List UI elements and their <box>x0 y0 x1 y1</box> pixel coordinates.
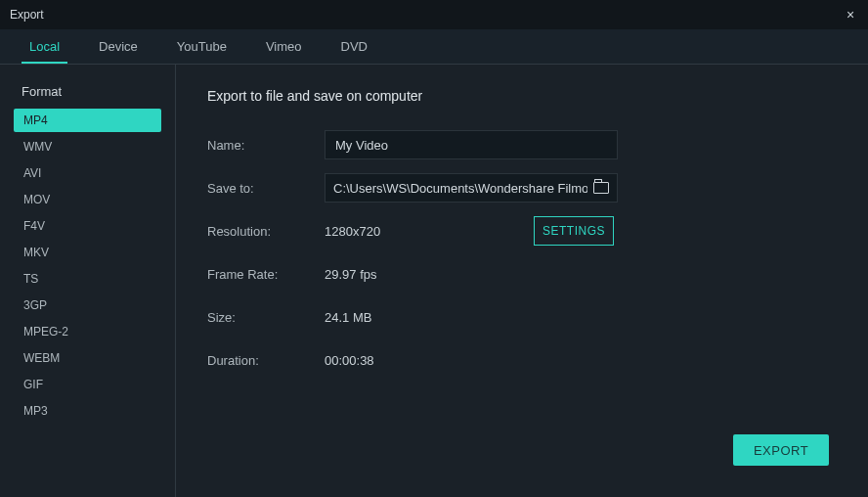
name-input[interactable] <box>325 130 618 159</box>
resolution-label: Resolution: <box>207 224 325 239</box>
row-duration: Duration: 00:00:38 <box>207 339 841 382</box>
saveto-label: Save to: <box>207 181 325 196</box>
format-item-wmv[interactable]: WMV <box>14 135 161 158</box>
settings-button[interactable]: SETTINGS <box>534 216 614 246</box>
format-item-mpeg2[interactable]: MPEG-2 <box>14 320 161 343</box>
row-name: Name: <box>207 123 841 166</box>
export-button[interactable]: EXPORT <box>733 434 829 466</box>
size-value: 24.1 MB <box>325 310 371 325</box>
sidebar: Format MP4 WMV AVI MOV F4V MKV TS 3GP MP… <box>0 65 176 497</box>
tab-dvd[interactable]: DVD <box>322 29 387 64</box>
main-heading: Export to file and save on computer <box>207 88 841 104</box>
tab-youtube[interactable]: YouTube <box>157 29 246 64</box>
content: Format MP4 WMV AVI MOV F4V MKV TS 3GP MP… <box>0 65 868 497</box>
folder-icon[interactable] <box>593 182 609 194</box>
resolution-value: 1280x720 <box>325 224 380 239</box>
row-framerate: Frame Rate: 29.97 fps <box>207 252 841 295</box>
export-window: Export × Local Device YouTube Vimeo DVD … <box>0 0 868 497</box>
framerate-value: 29.97 fps <box>325 267 377 282</box>
close-icon[interactable]: × <box>843 7 858 23</box>
format-item-webm[interactable]: WEBM <box>14 346 161 370</box>
format-item-ts[interactable]: TS <box>14 267 161 291</box>
tabbar: Local Device YouTube Vimeo DVD <box>0 29 868 65</box>
tab-device[interactable]: Device <box>79 29 157 64</box>
sidebar-title: Format <box>14 84 161 109</box>
row-saveto: Save to: C:\Users\WS\Documents\Wondersha… <box>207 166 841 209</box>
saveto-path: C:\Users\WS\Documents\Wondershare Filmor… <box>333 181 587 196</box>
format-item-mov[interactable]: MOV <box>14 188 161 211</box>
format-item-gif[interactable]: GIF <box>14 373 161 396</box>
format-item-mp3[interactable]: MP3 <box>14 399 161 423</box>
size-label: Size: <box>207 310 325 325</box>
format-item-avi[interactable]: AVI <box>14 161 161 185</box>
duration-value: 00:00:38 <box>325 353 374 368</box>
row-resolution: Resolution: 1280x720 SETTINGS <box>207 209 841 252</box>
format-item-f4v[interactable]: F4V <box>14 214 161 238</box>
format-item-mkv[interactable]: MKV <box>14 241 161 264</box>
saveto-field[interactable]: C:\Users\WS\Documents\Wondershare Filmor… <box>325 173 618 203</box>
framerate-label: Frame Rate: <box>207 267 325 282</box>
name-label: Name: <box>207 138 325 153</box>
format-item-3gp[interactable]: 3GP <box>14 294 161 317</box>
tab-local[interactable]: Local <box>10 29 79 64</box>
duration-label: Duration: <box>207 353 325 368</box>
main-panel: Export to file and save on computer Name… <box>176 65 868 497</box>
row-size: Size: 24.1 MB <box>207 295 841 339</box>
tab-vimeo[interactable]: Vimeo <box>246 29 322 64</box>
titlebar: Export × <box>0 0 868 29</box>
window-title: Export <box>10 8 44 22</box>
format-item-mp4[interactable]: MP4 <box>14 109 161 132</box>
